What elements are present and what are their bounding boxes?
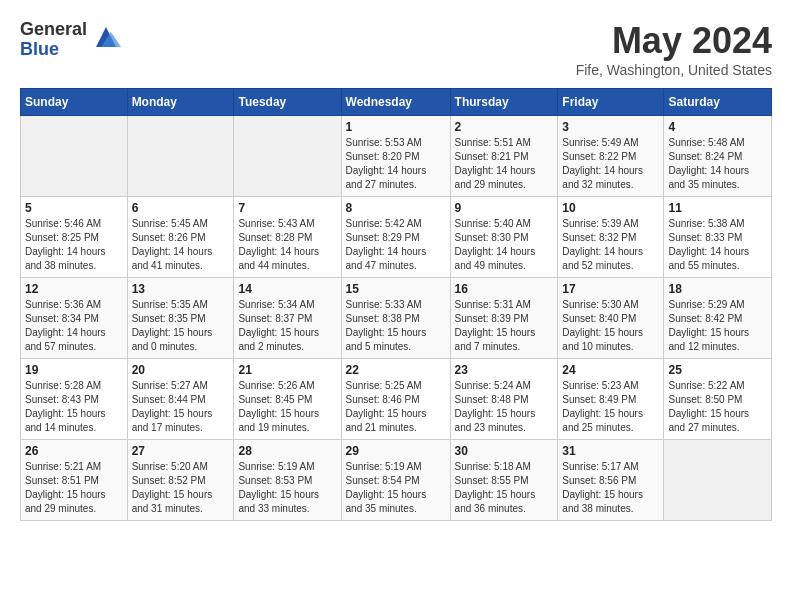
logo: General Blue — [20, 20, 121, 60]
day-info: Sunrise: 5:48 AM Sunset: 8:24 PM Dayligh… — [668, 136, 767, 192]
table-row: 31Sunrise: 5:17 AM Sunset: 8:56 PM Dayli… — [558, 440, 664, 521]
day-info: Sunrise: 5:40 AM Sunset: 8:30 PM Dayligh… — [455, 217, 554, 273]
table-row: 12Sunrise: 5:36 AM Sunset: 8:34 PM Dayli… — [21, 278, 128, 359]
table-row: 11Sunrise: 5:38 AM Sunset: 8:33 PM Dayli… — [664, 197, 772, 278]
table-row: 13Sunrise: 5:35 AM Sunset: 8:35 PM Dayli… — [127, 278, 234, 359]
month-title: May 2024 — [576, 20, 772, 62]
table-row: 26Sunrise: 5:21 AM Sunset: 8:51 PM Dayli… — [21, 440, 128, 521]
col-sunday: Sunday — [21, 89, 128, 116]
day-info: Sunrise: 5:53 AM Sunset: 8:20 PM Dayligh… — [346, 136, 446, 192]
day-info: Sunrise: 5:35 AM Sunset: 8:35 PM Dayligh… — [132, 298, 230, 354]
day-info: Sunrise: 5:30 AM Sunset: 8:40 PM Dayligh… — [562, 298, 659, 354]
day-number: 30 — [455, 444, 554, 458]
day-number: 28 — [238, 444, 336, 458]
day-number: 13 — [132, 282, 230, 296]
table-row: 9Sunrise: 5:40 AM Sunset: 8:30 PM Daylig… — [450, 197, 558, 278]
table-row: 3Sunrise: 5:49 AM Sunset: 8:22 PM Daylig… — [558, 116, 664, 197]
col-wednesday: Wednesday — [341, 89, 450, 116]
day-info: Sunrise: 5:17 AM Sunset: 8:56 PM Dayligh… — [562, 460, 659, 516]
day-info: Sunrise: 5:34 AM Sunset: 8:37 PM Dayligh… — [238, 298, 336, 354]
day-number: 3 — [562, 120, 659, 134]
day-number: 1 — [346, 120, 446, 134]
day-info: Sunrise: 5:29 AM Sunset: 8:42 PM Dayligh… — [668, 298, 767, 354]
location-text: Fife, Washington, United States — [576, 62, 772, 78]
day-number: 4 — [668, 120, 767, 134]
day-info: Sunrise: 5:23 AM Sunset: 8:49 PM Dayligh… — [562, 379, 659, 435]
day-info: Sunrise: 5:26 AM Sunset: 8:45 PM Dayligh… — [238, 379, 336, 435]
day-number: 10 — [562, 201, 659, 215]
day-number: 17 — [562, 282, 659, 296]
day-number: 6 — [132, 201, 230, 215]
day-number: 9 — [455, 201, 554, 215]
logo-general-text: General — [20, 20, 87, 40]
table-row: 15Sunrise: 5:33 AM Sunset: 8:38 PM Dayli… — [341, 278, 450, 359]
day-info: Sunrise: 5:39 AM Sunset: 8:32 PM Dayligh… — [562, 217, 659, 273]
day-info: Sunrise: 5:20 AM Sunset: 8:52 PM Dayligh… — [132, 460, 230, 516]
calendar-week-row: 5Sunrise: 5:46 AM Sunset: 8:25 PM Daylig… — [21, 197, 772, 278]
calendar-week-row: 26Sunrise: 5:21 AM Sunset: 8:51 PM Dayli… — [21, 440, 772, 521]
table-row: 25Sunrise: 5:22 AM Sunset: 8:50 PM Dayli… — [664, 359, 772, 440]
table-row — [127, 116, 234, 197]
day-number: 20 — [132, 363, 230, 377]
day-number: 2 — [455, 120, 554, 134]
day-info: Sunrise: 5:46 AM Sunset: 8:25 PM Dayligh… — [25, 217, 123, 273]
table-row: 10Sunrise: 5:39 AM Sunset: 8:32 PM Dayli… — [558, 197, 664, 278]
day-number: 15 — [346, 282, 446, 296]
table-row: 21Sunrise: 5:26 AM Sunset: 8:45 PM Dayli… — [234, 359, 341, 440]
day-info: Sunrise: 5:22 AM Sunset: 8:50 PM Dayligh… — [668, 379, 767, 435]
table-row — [234, 116, 341, 197]
day-info: Sunrise: 5:25 AM Sunset: 8:46 PM Dayligh… — [346, 379, 446, 435]
table-row — [21, 116, 128, 197]
col-friday: Friday — [558, 89, 664, 116]
calendar-header-row: Sunday Monday Tuesday Wednesday Thursday… — [21, 89, 772, 116]
day-info: Sunrise: 5:36 AM Sunset: 8:34 PM Dayligh… — [25, 298, 123, 354]
page-header: General Blue May 2024 Fife, Washington, … — [20, 20, 772, 78]
day-info: Sunrise: 5:19 AM Sunset: 8:53 PM Dayligh… — [238, 460, 336, 516]
day-number: 5 — [25, 201, 123, 215]
table-row: 29Sunrise: 5:19 AM Sunset: 8:54 PM Dayli… — [341, 440, 450, 521]
table-row: 30Sunrise: 5:18 AM Sunset: 8:55 PM Dayli… — [450, 440, 558, 521]
logo-blue-text: Blue — [20, 40, 87, 60]
day-number: 25 — [668, 363, 767, 377]
table-row: 18Sunrise: 5:29 AM Sunset: 8:42 PM Dayli… — [664, 278, 772, 359]
day-number: 26 — [25, 444, 123, 458]
day-info: Sunrise: 5:27 AM Sunset: 8:44 PM Dayligh… — [132, 379, 230, 435]
day-number: 7 — [238, 201, 336, 215]
day-info: Sunrise: 5:42 AM Sunset: 8:29 PM Dayligh… — [346, 217, 446, 273]
day-info: Sunrise: 5:45 AM Sunset: 8:26 PM Dayligh… — [132, 217, 230, 273]
day-number: 31 — [562, 444, 659, 458]
day-info: Sunrise: 5:49 AM Sunset: 8:22 PM Dayligh… — [562, 136, 659, 192]
day-number: 23 — [455, 363, 554, 377]
table-row: 2Sunrise: 5:51 AM Sunset: 8:21 PM Daylig… — [450, 116, 558, 197]
calendar-week-row: 12Sunrise: 5:36 AM Sunset: 8:34 PM Dayli… — [21, 278, 772, 359]
day-info: Sunrise: 5:31 AM Sunset: 8:39 PM Dayligh… — [455, 298, 554, 354]
table-row: 22Sunrise: 5:25 AM Sunset: 8:46 PM Dayli… — [341, 359, 450, 440]
table-row: 20Sunrise: 5:27 AM Sunset: 8:44 PM Dayli… — [127, 359, 234, 440]
calendar-week-row: 19Sunrise: 5:28 AM Sunset: 8:43 PM Dayli… — [21, 359, 772, 440]
table-row: 4Sunrise: 5:48 AM Sunset: 8:24 PM Daylig… — [664, 116, 772, 197]
table-row: 28Sunrise: 5:19 AM Sunset: 8:53 PM Dayli… — [234, 440, 341, 521]
table-row: 7Sunrise: 5:43 AM Sunset: 8:28 PM Daylig… — [234, 197, 341, 278]
day-info: Sunrise: 5:24 AM Sunset: 8:48 PM Dayligh… — [455, 379, 554, 435]
day-info: Sunrise: 5:38 AM Sunset: 8:33 PM Dayligh… — [668, 217, 767, 273]
day-number: 12 — [25, 282, 123, 296]
day-number: 21 — [238, 363, 336, 377]
col-thursday: Thursday — [450, 89, 558, 116]
day-info: Sunrise: 5:33 AM Sunset: 8:38 PM Dayligh… — [346, 298, 446, 354]
day-number: 29 — [346, 444, 446, 458]
day-number: 24 — [562, 363, 659, 377]
day-info: Sunrise: 5:19 AM Sunset: 8:54 PM Dayligh… — [346, 460, 446, 516]
day-number: 27 — [132, 444, 230, 458]
table-row — [664, 440, 772, 521]
col-saturday: Saturday — [664, 89, 772, 116]
col-tuesday: Tuesday — [234, 89, 341, 116]
day-number: 18 — [668, 282, 767, 296]
day-number: 19 — [25, 363, 123, 377]
day-info: Sunrise: 5:28 AM Sunset: 8:43 PM Dayligh… — [25, 379, 123, 435]
table-row: 24Sunrise: 5:23 AM Sunset: 8:49 PM Dayli… — [558, 359, 664, 440]
day-info: Sunrise: 5:43 AM Sunset: 8:28 PM Dayligh… — [238, 217, 336, 273]
table-row: 27Sunrise: 5:20 AM Sunset: 8:52 PM Dayli… — [127, 440, 234, 521]
day-info: Sunrise: 5:18 AM Sunset: 8:55 PM Dayligh… — [455, 460, 554, 516]
day-number: 14 — [238, 282, 336, 296]
day-number: 11 — [668, 201, 767, 215]
